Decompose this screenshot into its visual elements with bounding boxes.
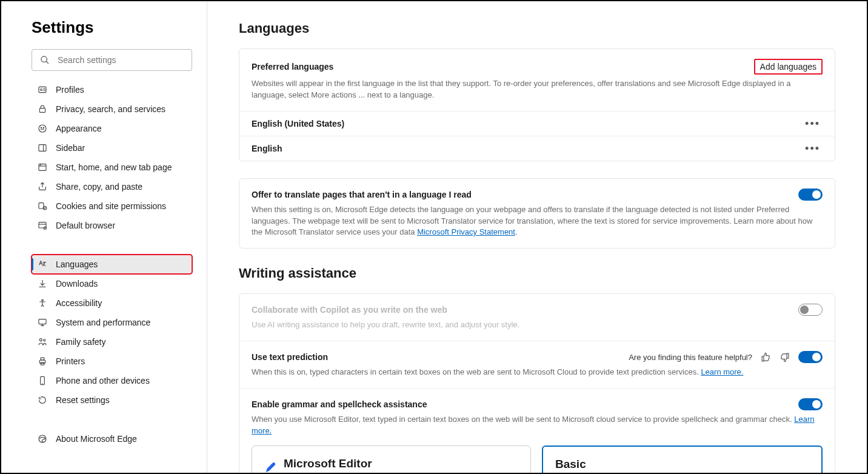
writing-assistance-card: Collaborate with Copilot as you write on…: [239, 293, 835, 473]
svg-rect-4: [39, 108, 45, 113]
nav-label: Printers: [56, 356, 85, 366]
printer-icon: [38, 356, 47, 366]
svg-rect-8: [39, 145, 46, 152]
editor-option-title: Microsoft Editor: [284, 457, 372, 470]
text-prediction-toggle[interactable]: [798, 351, 823, 363]
nav-label: Privacy, search, and services: [56, 104, 165, 114]
settings-nav: Profiles Privacy, search, and services A…: [32, 80, 192, 449]
feedback-row: Are you finding this feature helpful?: [629, 351, 823, 363]
lock-icon: [38, 104, 47, 114]
appearance-icon: [38, 124, 47, 133]
writing-heading: Writing assistance: [239, 265, 835, 281]
editor-option-microsoft-editor[interactable]: Microsoft Editor (Recommended) Editor pr…: [252, 446, 531, 473]
nav-downloads[interactable]: Downloads: [32, 274, 192, 293]
reset-icon: [38, 395, 47, 405]
edge-icon: [38, 434, 47, 444]
settings-title: Settings: [32, 18, 192, 37]
grammar-title: Enable grammar and spellcheck assistance: [252, 399, 427, 409]
nav-label: Cookies and site permissions: [56, 201, 166, 211]
svg-line-1: [46, 61, 48, 64]
thumbs-down-button[interactable]: [780, 352, 790, 362]
language-row: English •••: [239, 136, 835, 161]
system-icon: [38, 318, 47, 327]
nav-share-copy[interactable]: Share, copy, and paste: [32, 177, 192, 196]
download-icon: [38, 279, 47, 289]
nav-label: Appearance: [56, 124, 102, 133]
profile-icon: [38, 85, 47, 95]
thumbs-up-button[interactable]: [761, 352, 771, 362]
nav-label: Phone and other devices: [56, 376, 150, 386]
translate-toggle[interactable]: [798, 189, 823, 201]
editor-option-basic[interactable]: Basic Get basic spell checking assistanc…: [542, 446, 823, 473]
svg-rect-25: [41, 362, 44, 365]
nav-about[interactable]: About Microsoft Edge: [32, 429, 192, 449]
thumbs-down-icon: [780, 352, 790, 362]
nav-default-browser[interactable]: Default browser: [32, 216, 192, 235]
nav-label: Languages: [56, 259, 98, 269]
share-icon: [38, 182, 47, 192]
nav-phone[interactable]: Phone and other devices: [32, 371, 192, 390]
search-settings-input[interactable]: [32, 49, 192, 71]
settings-sidebar: Settings Profiles Privacy, search, and s…: [1, 1, 207, 473]
nav-label: Accessibility: [56, 298, 102, 308]
privacy-statement-link[interactable]: Microsoft Privacy Statement: [417, 227, 515, 236]
add-languages-highlight: Add languages: [754, 59, 823, 75]
language-row: English (United States) •••: [239, 111, 835, 136]
recommended-label: (Recommended): [284, 472, 372, 473]
search-settings-wrap: [32, 49, 192, 71]
tab-page-icon: [38, 162, 47, 172]
language-more-button[interactable]: •••: [803, 145, 823, 152]
add-languages-button[interactable]: Add languages: [755, 60, 821, 73]
nav-accessibility[interactable]: Accessibility: [32, 293, 192, 313]
basic-option-title: Basic: [555, 458, 809, 471]
grammar-desc: When you use Microsoft Editor, text type…: [252, 414, 823, 437]
nav-label: Sidebar: [56, 143, 85, 153]
accessibility-icon: [38, 298, 47, 308]
nav-label: Start, home, and new tab page: [56, 162, 172, 172]
editor-options-row: Microsoft Editor (Recommended) Editor pr…: [252, 446, 823, 473]
nav-family[interactable]: Family safety: [32, 332, 192, 352]
copilot-title: Collaborate with Copilot as you write on…: [252, 305, 447, 315]
text-prediction-title: Use text prediction: [252, 352, 328, 362]
translate-card: Offer to translate pages that aren't in …: [239, 178, 835, 249]
nav-label: Family safety: [56, 337, 105, 347]
settings-main[interactable]: Languages Preferred languages Add langua…: [207, 1, 867, 473]
translate-desc: When this setting is on, Microsoft Edge …: [252, 204, 823, 239]
language-more-button[interactable]: •••: [803, 120, 823, 127]
nav-start-home[interactable]: Start, home, and new tab page: [32, 158, 192, 177]
nav-privacy[interactable]: Privacy, search, and services: [32, 99, 192, 119]
svg-rect-24: [41, 358, 44, 360]
preferred-languages-title: Preferred languages: [252, 62, 333, 72]
svg-point-6: [41, 127, 41, 128]
nav-printers[interactable]: Printers: [32, 352, 192, 371]
nav-profiles[interactable]: Profiles: [32, 80, 192, 99]
nav-appearance[interactable]: Appearance: [32, 119, 192, 138]
svg-point-3: [41, 89, 42, 91]
nav-divider: [32, 410, 192, 429]
learn-more-link[interactable]: Learn more.: [701, 367, 743, 376]
nav-label: Profiles: [56, 85, 84, 95]
nav-reset[interactable]: Reset settings: [32, 390, 192, 410]
nav-label: Default browser: [56, 221, 115, 230]
svg-point-12: [40, 165, 41, 165]
nav-divider: [32, 235, 192, 255]
nav-sidebar[interactable]: Sidebar: [32, 138, 192, 158]
languages-icon: [38, 259, 47, 269]
family-icon: [38, 337, 47, 347]
nav-languages[interactable]: Languages: [32, 255, 192, 274]
languages-heading: Languages: [239, 21, 835, 36]
grammar-toggle[interactable]: [798, 398, 823, 410]
nav-system[interactable]: System and performance: [32, 313, 192, 332]
svg-rect-20: [39, 319, 46, 324]
nav-label: Downloads: [56, 279, 98, 289]
browser-icon: [38, 221, 47, 230]
preferred-languages-desc: Websites will appear in the first langua…: [252, 78, 823, 101]
copilot-toggle[interactable]: [798, 304, 823, 316]
nav-cookies[interactable]: Cookies and site permissions: [32, 196, 192, 216]
svg-point-0: [41, 56, 47, 62]
preferred-languages-card: Preferred languages Add languages Websit…: [239, 48, 835, 161]
phone-icon: [38, 376, 47, 386]
sidebar-icon: [38, 143, 47, 153]
text-prediction-desc: When this is on, typed characters in cer…: [252, 367, 823, 378]
nav-label: Share, copy, and paste: [56, 182, 142, 192]
